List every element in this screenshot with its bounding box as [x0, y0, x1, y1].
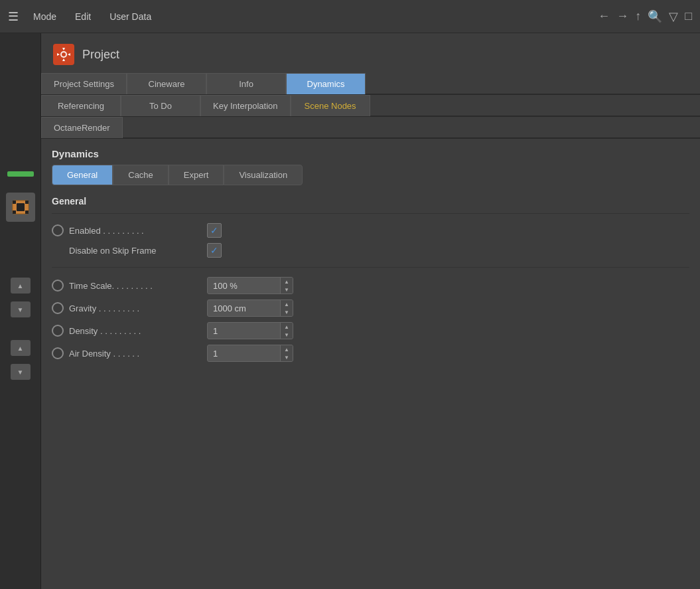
disable-skip-checkbox[interactable]: [207, 243, 222, 258]
green-progress-bar: [7, 171, 34, 177]
dynamics-section-heading: Dynamics: [41, 139, 700, 165]
tab-info[interactable]: Info: [206, 73, 286, 94]
main-layout: ▲ ▼ ▲ ▼ Pro: [0, 33, 700, 589]
tab-referencing[interactable]: Referencing: [41, 95, 121, 116]
project-header: Project: [41, 33, 700, 73]
filter-icon[interactable]: ▽: [669, 9, 678, 24]
scroll-left-button[interactable]: ▲: [11, 340, 31, 356]
scroll-down-button[interactable]: ▼: [11, 301, 31, 317]
air-density-label: Air Density . . . . . .: [69, 349, 202, 359]
timescale-label: Time Scale. . . . . . . . .: [69, 281, 202, 291]
timescale-up[interactable]: ▲: [281, 278, 293, 286]
search-icon[interactable]: 🔍: [648, 9, 662, 24]
enabled-radio[interactable]: [52, 224, 64, 236]
prop-row-gravity: Gravity . . . . . . . . . 1000 cm ▲ ▼: [52, 297, 689, 319]
up-icon[interactable]: ↑: [635, 9, 641, 23]
air-density-spinbox[interactable]: 1 ▲ ▼: [207, 345, 293, 362]
tab-scene-nodes[interactable]: Scene Nodes: [291, 95, 370, 116]
prop-row-timescale: Time Scale. . . . . . . . . 100 % ▲ ▼: [52, 274, 689, 297]
tabs-row-2: Referencing To Do Key Interpolation Scen…: [41, 95, 700, 117]
scroll-right-button[interactable]: ▼: [11, 364, 31, 380]
subtab-general[interactable]: General: [52, 165, 113, 185]
subtab-cache[interactable]: Cache: [113, 165, 169, 185]
air-density-value: 1: [208, 349, 280, 359]
hamburger-icon[interactable]: ☰: [8, 9, 19, 24]
disable-skip-label: Disable on Skip Frame: [69, 246, 202, 256]
back-icon[interactable]: ←: [598, 9, 610, 23]
menu-edit[interactable]: Edit: [71, 9, 95, 25]
density-arrows: ▲ ▼: [280, 323, 293, 339]
menu-user-data[interactable]: User Data: [105, 9, 155, 25]
tab-project-settings[interactable]: Project Settings: [41, 73, 127, 94]
density-label: Density . . . . . . . . .: [69, 326, 202, 336]
tab-cineware[interactable]: Cineware: [127, 73, 206, 94]
tab-octane[interactable]: OctaneRender: [41, 117, 123, 138]
density-up[interactable]: ▲: [281, 323, 293, 331]
air-density-arrows: ▲ ▼: [280, 345, 293, 361]
enabled-label: Enabled . . . . . . . . .: [69, 226, 202, 236]
svg-rect-5: [17, 203, 25, 211]
air-density-radio[interactable]: [52, 347, 64, 359]
prop-row-enabled: Enabled . . . . . . . . .: [52, 220, 689, 240]
project-icon: [52, 42, 76, 66]
timescale-arrows: ▲ ▼: [280, 278, 293, 294]
prop-group-spinboxes: Time Scale. . . . . . . . . 100 % ▲ ▼ Gr…: [52, 267, 689, 371]
timescale-spinbox[interactable]: 100 % ▲ ▼: [207, 277, 293, 294]
content-area: Project Project Settings Cineware Info D…: [41, 33, 700, 589]
svg-rect-3: [13, 210, 16, 214]
sub-tabs-row: General Cache Expert Visualization: [41, 165, 700, 193]
gravity-radio[interactable]: [52, 302, 64, 314]
forward-icon[interactable]: →: [616, 9, 628, 23]
prop-row-density: Density . . . . . . . . . 1 ▲ ▼: [52, 319, 689, 342]
timescale-radio[interactable]: [52, 280, 64, 292]
tab-dynamics[interactable]: Dynamics: [286, 73, 366, 94]
density-value: 1: [208, 326, 280, 336]
enabled-checkbox[interactable]: [207, 223, 222, 238]
gravity-label: Gravity . . . . . . . . .: [69, 303, 202, 313]
subtab-expert[interactable]: Expert: [169, 165, 224, 185]
project-title: Project: [82, 48, 119, 62]
svg-rect-1: [13, 201, 16, 204]
scroll-up-button[interactable]: ▲: [11, 278, 31, 294]
svg-rect-2: [25, 201, 29, 204]
prop-row-air-density: Air Density . . . . . . 1 ▲ ▼: [52, 342, 689, 365]
air-density-down[interactable]: ▼: [281, 353, 293, 361]
menu-mode[interactable]: Mode: [29, 9, 60, 25]
density-radio[interactable]: [52, 325, 64, 337]
tab-key-interpolation[interactable]: Key Interpolation: [200, 95, 291, 116]
film-icon: [11, 198, 30, 216]
top-bar-right: ← → ↑ 🔍 ▽ □: [598, 9, 692, 24]
svg-rect-4: [25, 210, 29, 214]
svg-point-8: [62, 52, 66, 56]
gravity-arrows: ▲ ▼: [280, 300, 293, 316]
prop-row-disable-skip: Disable on Skip Frame: [52, 240, 689, 260]
density-down[interactable]: ▼: [281, 331, 293, 339]
gravity-up[interactable]: ▲: [281, 300, 293, 308]
project-gear-icon: [52, 42, 76, 66]
gravity-spinbox[interactable]: 1000 cm ▲ ▼: [207, 299, 293, 317]
tabs-row-1: Project Settings Cineware Info Dynamics: [41, 73, 700, 95]
gravity-down[interactable]: ▼: [281, 308, 293, 316]
density-spinbox[interactable]: 1 ▲ ▼: [207, 322, 293, 339]
extra-icon[interactable]: □: [685, 9, 692, 23]
timescale-down[interactable]: ▼: [281, 286, 293, 294]
properties-section: Enabled . . . . . . . . . Disable on Ski…: [41, 213, 700, 371]
film-icon-button[interactable]: [6, 193, 35, 222]
subtab-visualization[interactable]: Visualization: [224, 165, 303, 185]
general-subheading: General: [41, 193, 700, 213]
gravity-value: 1000 cm: [208, 303, 280, 313]
top-bar: ☰ Mode Edit User Data ← → ↑ 🔍 ▽ □: [0, 0, 700, 33]
timescale-value: 100 %: [208, 281, 280, 291]
tabs-row-3: OctaneRender: [41, 117, 700, 139]
tab-todo[interactable]: To Do: [121, 95, 200, 116]
prop-group-enabled: Enabled . . . . . . . . . Disable on Ski…: [52, 213, 689, 267]
left-strip: ▲ ▼ ▲ ▼: [0, 33, 41, 589]
air-density-up[interactable]: ▲: [281, 345, 293, 353]
